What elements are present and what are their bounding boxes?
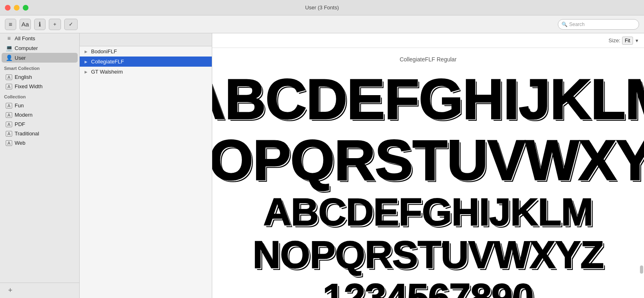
sidebar-item-computer-label: Computer [15,45,38,51]
font-size-button[interactable]: Aa [20,19,31,30]
sidebar-item-modern-label: Modern [15,112,33,118]
toolbar: ≡ Aa ℹ + ✓ 🔍 Search [0,15,644,33]
sidebar-item-fun[interactable]: A Fun [2,101,78,110]
window-controls [5,5,28,11]
sidebar-item-modern[interactable]: A Modern [2,110,78,120]
english-icon: A [6,74,12,80]
search-placeholder: Search [569,22,585,27]
search-icon: 🔍 [561,22,568,27]
scrollbar-thumb[interactable] [640,265,643,274]
font-list-panel: ▶ BodoniFLF ▶ CollegiateFLF ▶ GT Walshei… [80,33,212,298]
sidebar-item-english-label: English [15,74,32,80]
close-button[interactable] [5,5,11,11]
preview-row-1: ABCDEFGHIJKLM [212,71,644,128]
font-size-icon: Aa [22,21,29,28]
titlebar: User (3 Fonts) [0,0,644,15]
main-area: ≡ All Fonts 💻 Computer 👤 User Smart Coll… [0,33,644,298]
sidebar-item-fun-label: Fun [15,102,24,109]
preview-row-5: 1234567890 [323,278,533,298]
font-item-walsheim-label: GT Walsheim [91,69,123,75]
user-icon: 👤 [6,54,12,61]
sidebar-item-pdf-label: PDF [15,121,25,127]
expand-arrow-collegiate: ▶ [85,60,89,64]
sidebar-item-web-label: Web [15,140,26,146]
sidebar-item-pdf[interactable]: A PDF [2,120,78,129]
modern-icon: A [6,112,12,118]
preview-header: Size: Fit ▼ [212,33,644,48]
pdf-icon: A [6,122,12,127]
expand-arrow-walsheim: ▶ [85,70,89,74]
font-item-gtWalsheim[interactable]: ▶ GT Walsheim [80,67,212,77]
maximize-button[interactable] [23,5,28,11]
activate-button[interactable]: ✓ [64,19,78,30]
expand-arrow-bodoni: ▶ [85,50,89,54]
add-font-button[interactable]: + [49,19,61,30]
font-item-collegiateFLF[interactable]: ▶ CollegiateFLF [80,57,212,67]
computer-icon: 💻 [6,45,12,51]
preview-row-2: NOPQRSTUVWXYZ [212,132,644,189]
sidebar-item-user-label: User [15,55,26,61]
sidebar-item-fixed-width-label: Fixed Width [15,83,43,89]
checkmark-icon: ✓ [69,21,73,27]
fun-icon: A [6,103,12,109]
traditional-icon: A [6,131,12,137]
add-icon: + [53,21,57,27]
font-list-toolbar [80,33,212,46]
sidebar-item-traditional-label: Traditional [15,131,39,137]
sidebar-item-english[interactable]: A English [2,72,78,82]
size-dropdown-arrow[interactable]: ▼ [635,38,639,43]
sidebar-item-computer[interactable]: 💻 Computer [2,43,78,53]
fixed-width-icon: A [6,84,12,89]
all-fonts-icon: ≡ [6,35,12,41]
web-icon: A [6,140,12,146]
collection-label: Collection [0,91,79,101]
sidebar-item-all-fonts-label: All Fonts [15,35,35,41]
info-icon: ℹ [39,21,41,28]
font-item-collegiate-label: CollegiateFLF [91,59,124,65]
sidebar-toggle-icon: ≡ [9,21,13,28]
search-bar[interactable]: 🔍 Search [558,19,639,30]
minimize-button[interactable] [14,5,20,11]
sidebar-item-fixed-width[interactable]: A Fixed Width [2,82,78,91]
preview-row-3: ABCDEFGHIJKLM [263,193,593,231]
preview-content: CollegiateFLF Regular ABCDEFGHIJKLM NOPQ… [212,48,644,298]
preview-panel: Size: Fit ▼ CollegiateFLF Regular ABCDEF… [212,33,644,298]
sidebar-toggle-button[interactable]: ≡ [5,19,16,30]
smart-collection-label: Smart Collection [0,63,79,72]
sidebar-add-button[interactable]: + [4,285,17,296]
scrollbar-track[interactable] [638,48,644,298]
sidebar-item-all-fonts[interactable]: ≡ All Fonts [2,33,78,43]
window-title: User (3 Fonts) [305,4,339,11]
font-preview-name: CollegiateFLF Regular [220,56,636,63]
size-control: Size: Fit ▼ [609,37,639,45]
font-item-bodoniFLF[interactable]: ▶ BodoniFLF [80,46,212,57]
size-label: Size: [609,37,620,44]
preview-row-4: NOPQRSTUVWXYZ [252,235,603,274]
info-button[interactable]: ℹ [34,19,46,30]
font-item-bodoni-label: BodoniFLF [91,48,117,54]
size-value: Fit [622,37,633,45]
sidebar-item-user[interactable]: 👤 User [2,53,78,63]
sidebar: ≡ All Fonts 💻 Computer 👤 User Smart Coll… [0,33,80,298]
sidebar-item-traditional[interactable]: A Traditional [2,129,78,138]
sidebar-item-web[interactable]: A Web [2,138,78,148]
